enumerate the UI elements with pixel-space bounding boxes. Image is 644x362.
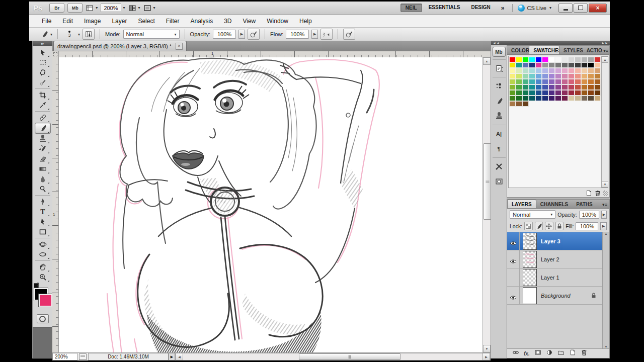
swatch-1-1[interactable] — [516, 62, 522, 68]
layer-row-layer-3[interactable]: Layer 3 — [507, 232, 602, 250]
swatch-4-10[interactable] — [575, 79, 581, 84]
swatch-3-0[interactable] — [509, 73, 516, 79]
panel-icon-brush-presets[interactable] — [493, 80, 505, 92]
swatch-8-0[interactable] — [509, 101, 516, 107]
swatch-7-13[interactable] — [594, 96, 601, 101]
swatch-1-9[interactable] — [568, 62, 575, 68]
swatch-1-11[interactable] — [581, 62, 588, 68]
tool-type[interactable]: T — [35, 207, 50, 217]
swatch-5-6[interactable] — [548, 84, 555, 90]
menu-file[interactable]: File — [36, 16, 57, 26]
swatch-0-1[interactable] — [516, 57, 522, 62]
tool-path-selection[interactable] — [35, 217, 50, 227]
zoom-level-control[interactable]: 200%▾ — [101, 4, 125, 12]
swatch-1-13[interactable] — [594, 62, 601, 68]
swatch-0-4[interactable] — [535, 57, 542, 62]
swatch-3-8[interactable] — [561, 73, 568, 79]
workspace-button-design[interactable]: DESIGN — [466, 4, 495, 12]
document-tab[interactable]: drawingpencil.psd @ 200% (Layer 3, RGB/8… — [53, 41, 187, 51]
scroll-up-icon[interactable]: ▲ — [605, 232, 608, 235]
tool-eraser[interactable] — [35, 154, 50, 164]
swatch-5-5[interactable] — [542, 84, 548, 90]
panels-collapse-handle[interactable]: ►► — [507, 41, 610, 45]
workspace-button-neil[interactable]: NEIL — [400, 4, 422, 12]
panel-icon-clone-source[interactable] — [493, 110, 505, 122]
tool-move[interactable] — [35, 47, 50, 57]
new-swatch-button[interactable] — [585, 190, 592, 197]
swatch-1-8[interactable] — [561, 62, 568, 68]
tool-blur[interactable] — [35, 174, 50, 184]
menu-edit[interactable]: Edit — [57, 16, 78, 26]
swatch-2-11[interactable] — [581, 68, 588, 73]
vertical-scrollbar[interactable]: ▲ ▼ — [482, 57, 491, 352]
layer-fill-spinner[interactable]: ▶ — [600, 222, 607, 230]
swatch-7-11[interactable] — [581, 96, 588, 101]
swatch-5-13[interactable] — [594, 84, 601, 90]
swatch-8-1[interactable] — [516, 101, 522, 107]
lock-position-button[interactable] — [545, 222, 553, 230]
swatch-2-3[interactable] — [529, 68, 535, 73]
swatch-2-13[interactable] — [594, 68, 601, 73]
swatch-6-6[interactable] — [548, 90, 555, 96]
toggle-brush-panel-button[interactable] — [83, 29, 95, 40]
swatch-5-1[interactable] — [516, 84, 522, 90]
swatch-3-9[interactable] — [568, 73, 575, 79]
swatch-0-13[interactable] — [594, 57, 601, 62]
swatch-0-11[interactable] — [581, 57, 588, 62]
panel-icon-tool-presets[interactable] — [493, 160, 505, 172]
workspace-button-essentials[interactable]: ESSENTIALS — [424, 4, 465, 12]
layer-style-button[interactable]: fx. — [524, 351, 530, 356]
layer-thumbnail[interactable] — [523, 251, 537, 268]
horizontal-scroll-thumb[interactable] — [299, 353, 400, 360]
swatch-6-13[interactable] — [594, 90, 601, 96]
tool-quick-selection[interactable] — [35, 77, 50, 87]
visibility-toggle[interactable] — [507, 250, 520, 268]
swatch-4-7[interactable] — [555, 79, 561, 84]
add-mask-button[interactable] — [534, 349, 541, 358]
swatch-0-0[interactable] — [509, 57, 516, 62]
panel-icon-masks[interactable] — [493, 175, 505, 188]
opacity-spinner[interactable]: ▶ — [238, 30, 245, 39]
screen-mode-button[interactable]: ▾ — [143, 4, 155, 12]
tablet-opacity-button[interactable] — [248, 29, 260, 40]
tool-3d-rotate[interactable] — [35, 239, 50, 249]
swatch-4-0[interactable] — [509, 79, 516, 84]
swatch-5-4[interactable] — [535, 84, 542, 90]
tab-actio[interactable]: ACTIO — [583, 46, 603, 54]
swatch-4-9[interactable] — [568, 79, 575, 84]
scroll-right-icon[interactable]: ▶ — [482, 353, 490, 360]
layer-blend-mode-select[interactable]: Normal▾ — [510, 210, 555, 219]
scroll-down-icon[interactable]: ▼ — [483, 345, 491, 352]
swatch-6-5[interactable] — [542, 90, 548, 96]
swatch-0-8[interactable] — [561, 57, 568, 62]
tab-paths[interactable]: PATHS — [572, 200, 596, 208]
delete-layer-button[interactable] — [581, 349, 588, 358]
swatch-2-8[interactable] — [561, 68, 568, 73]
adjustment-layer-button[interactable] — [546, 349, 553, 358]
layer-thumbnail[interactable] — [523, 233, 537, 250]
swatch-0-6[interactable] — [548, 57, 555, 62]
swatch-2-2[interactable] — [522, 68, 529, 73]
swatch-6-4[interactable] — [535, 90, 542, 96]
swatch-3-10[interactable] — [575, 73, 581, 79]
swatch-5-0[interactable] — [509, 84, 516, 90]
swatch-3-3[interactable] — [529, 73, 535, 79]
layer-row-layer-2[interactable]: Layer 2 — [507, 250, 602, 268]
bridge-button[interactable]: Br — [49, 3, 64, 13]
tool-pen[interactable] — [35, 197, 50, 207]
swatch-1-2[interactable] — [522, 62, 529, 68]
swatch-4-3[interactable] — [529, 79, 535, 84]
swatch-2-6[interactable] — [548, 68, 555, 73]
panel-icon-character[interactable]: A| — [493, 128, 505, 140]
view-extras-button[interactable]: ▾ — [86, 4, 98, 12]
swatch-1-4[interactable] — [535, 62, 542, 68]
quick-mask-button[interactable] — [37, 314, 49, 323]
swatch-3-13[interactable] — [594, 73, 601, 79]
lock-transparency-button[interactable] — [524, 222, 533, 230]
swatch-6-9[interactable] — [568, 90, 575, 96]
minimize-button[interactable] — [558, 4, 573, 13]
restore-button[interactable] — [574, 4, 588, 13]
layer-thumbnail[interactable] — [523, 269, 537, 286]
swatch-7-10[interactable] — [575, 96, 581, 101]
swatch-0-7[interactable] — [555, 57, 561, 62]
